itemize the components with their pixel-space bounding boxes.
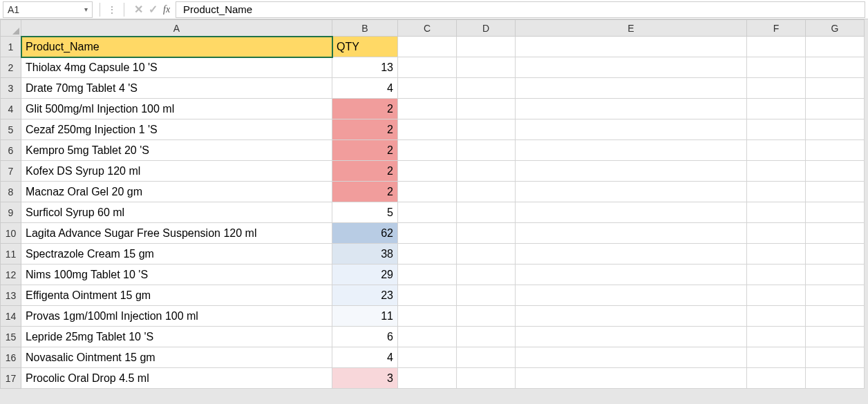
cell-empty[interactable] bbox=[457, 285, 516, 306]
cell-qty[interactable]: 11 bbox=[332, 306, 398, 327]
cell-empty[interactable] bbox=[806, 57, 865, 78]
cell-empty[interactable] bbox=[806, 99, 865, 119]
cell-empty[interactable] bbox=[806, 140, 865, 161]
cell-empty[interactable] bbox=[516, 119, 747, 140]
cell-qty[interactable]: 4 bbox=[332, 78, 398, 99]
header-cell-qty[interactable]: QTY bbox=[332, 37, 398, 57]
fx-label[interactable]: fx bbox=[163, 4, 170, 15]
cell-empty[interactable] bbox=[457, 182, 516, 202]
cell-empty[interactable] bbox=[398, 99, 457, 119]
row-header[interactable]: 17 bbox=[1, 368, 21, 389]
chevron-down-icon[interactable]: ▾ bbox=[84, 6, 88, 13]
row-header[interactable]: 9 bbox=[1, 202, 21, 223]
cell-empty[interactable] bbox=[747, 223, 806, 244]
cell-empty[interactable] bbox=[806, 285, 865, 306]
cell-empty[interactable] bbox=[747, 244, 806, 264]
cell-empty[interactable] bbox=[747, 285, 806, 306]
cell-qty[interactable]: 23 bbox=[332, 285, 398, 306]
cell-empty[interactable] bbox=[398, 244, 457, 264]
row-header[interactable]: 16 bbox=[1, 347, 21, 368]
cell-empty[interactable] bbox=[747, 37, 806, 57]
row-header[interactable]: 4 bbox=[1, 99, 21, 119]
cell-empty[interactable] bbox=[747, 182, 806, 202]
cell-qty[interactable]: 2 bbox=[332, 99, 398, 119]
cell-empty[interactable] bbox=[747, 99, 806, 119]
row-header[interactable]: 7 bbox=[1, 161, 21, 182]
cell-empty[interactable] bbox=[747, 306, 806, 327]
cell-product-name[interactable]: Macnaz Oral Gel 20 gm bbox=[21, 182, 332, 202]
cell-empty[interactable] bbox=[516, 37, 747, 57]
cell-product-name[interactable]: Procolic Oral Drop 4.5 ml bbox=[21, 368, 332, 389]
cell-empty[interactable] bbox=[806, 327, 865, 347]
cell-empty[interactable] bbox=[457, 99, 516, 119]
cell-empty[interactable] bbox=[398, 223, 457, 244]
cell-empty[interactable] bbox=[398, 327, 457, 347]
cell-empty[interactable] bbox=[747, 327, 806, 347]
cell-empty[interactable] bbox=[457, 223, 516, 244]
row-header[interactable]: 11 bbox=[1, 244, 21, 264]
cell-product-name[interactable]: Nims 100mg Tablet 10 'S bbox=[21, 264, 332, 285]
cell-empty[interactable] bbox=[806, 78, 865, 99]
row-header[interactable]: 8 bbox=[1, 182, 21, 202]
cell-qty[interactable]: 5 bbox=[332, 202, 398, 223]
cell-empty[interactable] bbox=[806, 264, 865, 285]
cell-empty[interactable] bbox=[516, 285, 747, 306]
cell-empty[interactable] bbox=[516, 78, 747, 99]
cell-empty[interactable] bbox=[747, 57, 806, 78]
cell-empty[interactable] bbox=[747, 119, 806, 140]
cell-empty[interactable] bbox=[398, 119, 457, 140]
row-header[interactable]: 3 bbox=[1, 78, 21, 99]
cell-product-name[interactable]: Spectrazole Cream 15 gm bbox=[21, 244, 332, 264]
col-header-F[interactable]: F bbox=[747, 20, 806, 37]
cell-empty[interactable] bbox=[806, 306, 865, 327]
cell-empty[interactable] bbox=[516, 347, 747, 368]
cell-product-name[interactable]: Glit 500mg/ml Injection 100 ml bbox=[21, 99, 332, 119]
row-header[interactable]: 13 bbox=[1, 285, 21, 306]
cell-empty[interactable] bbox=[516, 99, 747, 119]
cell-empty[interactable] bbox=[398, 57, 457, 78]
cell-empty[interactable] bbox=[398, 264, 457, 285]
cell-empty[interactable] bbox=[806, 37, 865, 57]
cell-empty[interactable] bbox=[457, 347, 516, 368]
cell-empty[interactable] bbox=[516, 306, 747, 327]
cell-product-name[interactable]: Lagita Advance Sugar Free Suspension 120… bbox=[21, 223, 332, 244]
cell-empty[interactable] bbox=[516, 264, 747, 285]
cell-empty[interactable] bbox=[516, 327, 747, 347]
cell-empty[interactable] bbox=[398, 140, 457, 161]
name-box[interactable]: A1 ▾ bbox=[3, 1, 93, 18]
cell-empty[interactable] bbox=[457, 264, 516, 285]
cell-product-name[interactable]: Lepride 25mg Tablet 10 'S bbox=[21, 327, 332, 347]
cell-empty[interactable] bbox=[516, 223, 747, 244]
cell-empty[interactable] bbox=[516, 140, 747, 161]
cell-empty[interactable] bbox=[806, 347, 865, 368]
cell-empty[interactable] bbox=[806, 202, 865, 223]
cell-empty[interactable] bbox=[806, 368, 865, 389]
cell-empty[interactable] bbox=[457, 368, 516, 389]
cell-empty[interactable] bbox=[398, 285, 457, 306]
cell-empty[interactable] bbox=[398, 368, 457, 389]
cell-empty[interactable] bbox=[747, 78, 806, 99]
cell-product-name[interactable]: Drate 70mg Tablet 4 'S bbox=[21, 78, 332, 99]
cell-empty[interactable] bbox=[398, 161, 457, 182]
cell-empty[interactable] bbox=[747, 161, 806, 182]
cell-empty[interactable] bbox=[457, 327, 516, 347]
cell-product-name[interactable]: Surficol Syrup 60 ml bbox=[21, 202, 332, 223]
cell-empty[interactable] bbox=[398, 78, 457, 99]
row-header[interactable]: 6 bbox=[1, 140, 21, 161]
cell-qty[interactable]: 2 bbox=[332, 161, 398, 182]
dots-icon[interactable]: ⋮ bbox=[104, 4, 120, 15]
row-header[interactable]: 12 bbox=[1, 264, 21, 285]
cell-empty[interactable] bbox=[398, 37, 457, 57]
cell-product-name[interactable]: Kempro 5mg Tablet 20 'S bbox=[21, 140, 332, 161]
cell-qty[interactable]: 2 bbox=[332, 140, 398, 161]
cell-empty[interactable] bbox=[398, 182, 457, 202]
cell-empty[interactable] bbox=[457, 161, 516, 182]
cell-empty[interactable] bbox=[457, 306, 516, 327]
cell-empty[interactable] bbox=[457, 119, 516, 140]
cell-empty[interactable] bbox=[747, 140, 806, 161]
row-header[interactable]: 14 bbox=[1, 306, 21, 327]
cell-empty[interactable] bbox=[457, 244, 516, 264]
col-header-A[interactable]: A bbox=[21, 20, 332, 37]
row-header[interactable]: 15 bbox=[1, 327, 21, 347]
cell-qty[interactable]: 6 bbox=[332, 327, 398, 347]
